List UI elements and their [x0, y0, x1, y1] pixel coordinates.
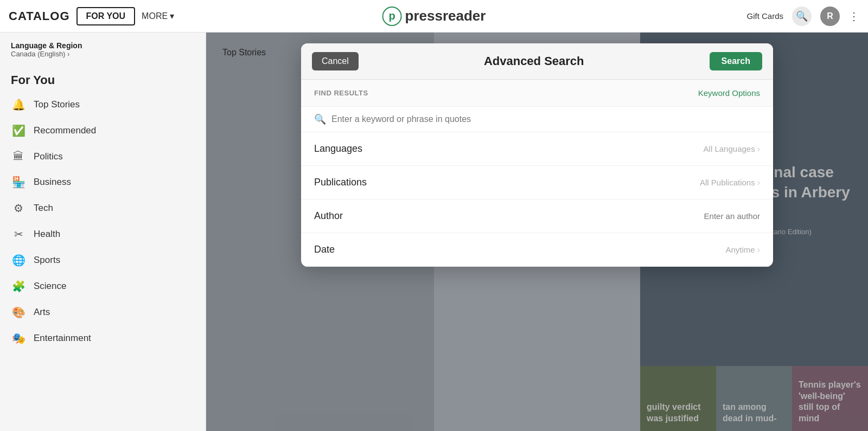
sidebar-item-label: Science — [34, 281, 66, 292]
languages-value: All Languages › — [704, 144, 760, 154]
chevron-down-icon: ▾ — [170, 11, 174, 21]
modal-overlay[interactable]: Cancel Advanced Search Search FIND RESUL… — [206, 33, 868, 431]
gift-cards-link[interactable]: Gift Cards — [746, 11, 783, 21]
sidebar-item-health[interactable]: ✂ Health — [0, 221, 206, 247]
sidebar-item-label: Top Stories — [34, 99, 80, 110]
pressreader-logo[interactable]: p pressreader — [382, 7, 486, 26]
sidebar-item-arts[interactable]: 🎨 Arts — [0, 299, 206, 325]
cancel-button[interactable]: Cancel — [312, 52, 359, 70]
avatar[interactable]: R — [820, 7, 840, 26]
author-row[interactable]: Author — [301, 200, 773, 233]
find-results-label: FIND RESULTS — [314, 89, 368, 97]
top-nav: CATALOG FOR YOU MORE ▾ p pressreader Gif… — [0, 0, 868, 33]
sidebar-item-recommended[interactable]: ✅ Recommended — [0, 118, 206, 144]
language-region-title: Language & Region — [11, 41, 195, 50]
publications-label: Publications — [314, 177, 367, 188]
arts-icon: 🎨 — [11, 306, 26, 319]
more-label: MORE — [142, 11, 168, 21]
chevron-right-icon: › — [757, 178, 760, 188]
nav-right: Gift Cards 🔍 R ⋮ — [746, 7, 859, 26]
search-button[interactable]: 🔍 — [792, 7, 812, 26]
languages-label: Languages — [314, 143, 362, 155]
search-button[interactable]: Search — [710, 52, 762, 70]
sidebar-item-top-stories[interactable]: 🔔 Top Stories — [0, 92, 206, 118]
sidebar-item-label: Politics — [34, 151, 63, 162]
catalog-link[interactable]: CATALOG — [9, 9, 70, 23]
nav-center-logo: p pressreader — [382, 7, 486, 26]
author-label: Author — [314, 210, 343, 222]
entertainment-icon: 🎭 — [11, 332, 26, 345]
modal-body: FIND RESULTS Keyword Options 🔍 Languages… — [301, 80, 773, 267]
date-label: Date — [314, 244, 335, 255]
sidebar-item-label: Entertainment — [34, 333, 91, 344]
sidebar-item-label: Business — [34, 177, 71, 188]
chevron-right-icon: › — [757, 144, 760, 154]
publications-value: All Publications › — [700, 178, 760, 188]
publications-row[interactable]: Publications All Publications › — [301, 166, 773, 200]
for-you-title: For You — [0, 67, 206, 92]
content-area: Top Stories Major stock indexes Lawyers … — [206, 33, 868, 431]
language-region-section: Language & Region Canada (English) › — [0, 41, 206, 67]
date-value: Anytime › — [725, 245, 760, 255]
chevron-right-icon: › — [757, 245, 760, 255]
advanced-search-modal: Cancel Advanced Search Search FIND RESUL… — [301, 43, 773, 267]
sidebar-item-business[interactable]: 🏪 Business — [0, 169, 206, 195]
business-icon: 🏪 — [11, 176, 26, 189]
more-options-icon[interactable]: ⋮ — [848, 10, 859, 23]
sidebar-item-label: Tech — [34, 203, 53, 214]
sidebar: Language & Region Canada (English) › For… — [0, 33, 206, 431]
search-input-row: 🔍 — [301, 107, 773, 132]
for-you-button[interactable]: FOR YOU — [76, 7, 136, 25]
keyword-options-link[interactable]: Keyword Options — [698, 88, 760, 98]
health-icon: ✂ — [11, 228, 26, 241]
check-icon: ✅ — [11, 124, 26, 137]
sports-icon: 🌐 — [11, 254, 26, 267]
languages-row[interactable]: Languages All Languages › — [301, 132, 773, 166]
date-row[interactable]: Date Anytime › — [301, 233, 773, 267]
bell-icon: 🔔 — [11, 98, 26, 111]
sidebar-item-label: Recommended — [34, 125, 96, 136]
sidebar-item-entertainment[interactable]: 🎭 Entertainment — [0, 325, 206, 351]
tech-icon: ⚙ — [11, 202, 26, 215]
main-layout: Language & Region Canada (English) › For… — [0, 33, 868, 431]
keyword-input[interactable] — [331, 114, 760, 124]
sidebar-item-politics[interactable]: 🏛 Politics — [0, 144, 206, 169]
search-icon: 🔍 — [796, 10, 808, 22]
find-results-row: FIND RESULTS Keyword Options — [301, 80, 773, 107]
sidebar-item-sports[interactable]: 🌐 Sports — [0, 247, 206, 273]
politics-icon: 🏛 — [11, 150, 26, 163]
logo-icon: p — [382, 7, 402, 26]
sidebar-item-tech[interactable]: ⚙ Tech — [0, 195, 206, 221]
sidebar-item-label: Health — [34, 229, 60, 240]
language-region-value[interactable]: Canada (English) › — [11, 50, 195, 58]
more-menu[interactable]: MORE ▾ — [142, 11, 174, 21]
sidebar-item-science[interactable]: 🧩 Science — [0, 273, 206, 299]
modal-header: Cancel Advanced Search Search — [301, 43, 773, 80]
sidebar-item-label: Arts — [34, 307, 50, 318]
science-icon: 🧩 — [11, 280, 26, 293]
search-icon: 🔍 — [314, 113, 326, 125]
sidebar-item-label: Sports — [34, 255, 60, 266]
logo-text: pressreader — [405, 8, 486, 24]
modal-title: Advanced Search — [484, 54, 584, 68]
author-input[interactable] — [657, 211, 760, 221]
